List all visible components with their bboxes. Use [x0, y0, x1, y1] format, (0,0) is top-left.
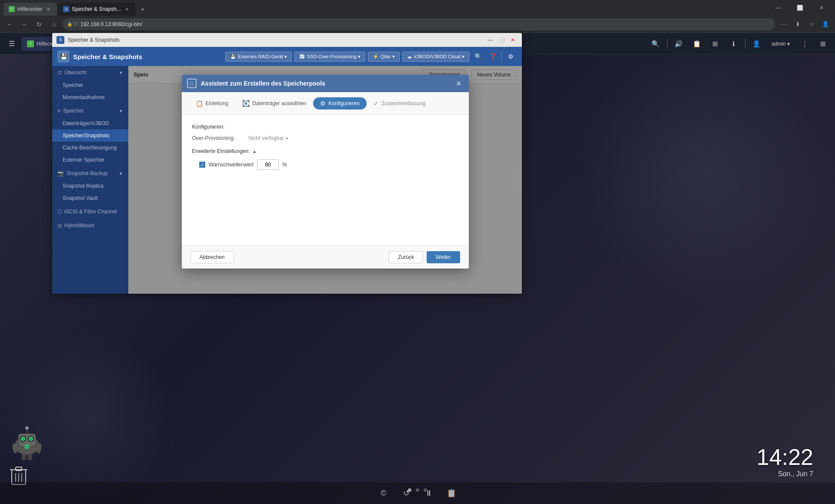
- app-logo: 💾 Speicher & Snapshots: [57, 50, 142, 63]
- warnschwellenwert-input[interactable]: [257, 159, 279, 170]
- sidebar-section-uebersicht: ⊙ Übersicht ▼ Speicher Momentaufnahme: [52, 66, 128, 103]
- snapshot-section-icon: 📷: [57, 170, 64, 176]
- over-provisioning-arrow[interactable]: ▾: [286, 136, 288, 141]
- task-icon-btn[interactable]: ⊞: [708, 37, 722, 51]
- warnschwellenwert-checkbox[interactable]: [199, 162, 205, 168]
- admin-dropdown[interactable]: admin ▾: [768, 39, 793, 49]
- percent-label: %: [282, 162, 287, 168]
- svg-rect-12: [22, 454, 26, 460]
- forward-button[interactable]: →: [18, 18, 30, 30]
- menu-button[interactable]: ☰: [5, 37, 18, 50]
- lock-icon: 🔒: [67, 22, 72, 27]
- grid-icon-btn[interactable]: ⊞: [816, 37, 830, 51]
- minimize-btn[interactable]: —: [768, 3, 788, 13]
- tab-close-hilfecenter[interactable]: ✕: [45, 6, 52, 13]
- sidebar-header-snapshot[interactable]: 📷 Snapshot-Backup ▼: [52, 167, 128, 180]
- zusammenfassung-label: Zusammenfassung: [381, 100, 426, 106]
- search-icon-btn[interactable]: 🔍: [649, 37, 663, 51]
- snapshot-chevron: ▼: [119, 171, 123, 176]
- info-icon-btn[interactable]: ℹ: [727, 37, 741, 51]
- sidebar-item-snapshot-replica[interactable]: Snapshot Replica: [52, 180, 128, 192]
- bookmarks-btn[interactable]: ☆: [805, 18, 818, 30]
- uebersicht-label: Übersicht: [64, 70, 87, 76]
- tab-close-speicher[interactable]: ✕: [124, 6, 130, 13]
- zurueck-button[interactable]: Zurück: [389, 251, 423, 263]
- maximize-btn[interactable]: ⬜: [790, 3, 810, 13]
- browser-tab-hilfecenter[interactable]: ? Hilfecenter ✕: [3, 3, 57, 16]
- modal-close-button[interactable]: ✕: [454, 79, 464, 88]
- robot-mascot: [9, 421, 46, 461]
- externes-raid-label: Externes RAID-Gerät ▾: [238, 54, 287, 60]
- app-inner-header: 💾 Speicher & Snapshots 💾 Externes RAID-G…: [52, 47, 522, 66]
- app-minimize-btn[interactable]: —: [485, 35, 495, 45]
- abbrechen-button[interactable]: Abbrechen: [190, 251, 234, 263]
- app-close-btn[interactable]: ✕: [508, 35, 518, 45]
- weiter-button[interactable]: Weiter: [427, 251, 460, 263]
- close-btn[interactable]: ✕: [812, 3, 832, 13]
- sidebar-item-speicher[interactable]: Speicher: [52, 79, 128, 91]
- app-logo-icon: 💾: [57, 50, 70, 63]
- vjbod-label: VJBOD/VJBOD Cloud ▾: [414, 54, 464, 60]
- main-content: Speic Speicherpool Neues Volume □ Assist…: [128, 66, 522, 294]
- settings-btn[interactable]: ⚙: [504, 50, 517, 63]
- browser-toolbar: ← → ↻ ⌂ 🔒 🛡 192.168.0.13:8080/cgi-bin/ ⋯…: [0, 16, 835, 33]
- search-app-btn[interactable]: 🔍: [472, 50, 484, 63]
- address-bar[interactable]: 🔒 🛡 192.168.0.13:8080/cgi-bin/: [63, 18, 775, 30]
- sidebar-header-speicher[interactable]: ≡ Speicher ▼: [52, 104, 128, 117]
- modal-overlay: □ Assistent zum Erstellen des Speicherpo…: [128, 66, 522, 294]
- bottom-icon-2[interactable]: ↺: [399, 486, 413, 500]
- app-tab-favicon-hilfecenter: ?: [27, 40, 34, 47]
- back-button[interactable]: ←: [3, 18, 16, 30]
- vjbod-btn[interactable]: ☁ VJBOD/VJBOD Cloud ▾: [402, 52, 469, 62]
- home-button[interactable]: ⌂: [48, 18, 60, 30]
- clipboard-icon-btn[interactable]: 📋: [690, 37, 704, 51]
- profile-btn[interactable]: 👤: [819, 18, 832, 30]
- app-maximize-btn[interactable]: ⬜: [497, 35, 506, 45]
- app-title-text: Speicher & Snapshots: [68, 37, 120, 43]
- sidebar-item-snapshot-vault[interactable]: Snapshot Vault: [52, 192, 128, 204]
- desktop-clock: 14:22 Son., Jun 7: [757, 446, 813, 478]
- bottom-icon-1[interactable]: ©: [377, 486, 391, 500]
- user-icon-btn[interactable]: 👤: [750, 37, 764, 51]
- wizard-step-konfigurieren[interactable]: ⚙ Konfigurieren: [313, 97, 366, 109]
- qtier-btn[interactable]: ⚡ Qtier ▾: [368, 52, 400, 62]
- wizard-step-einleitung[interactable]: 📋 Einleitung: [189, 97, 236, 109]
- volume-icon-btn[interactable]: 🔊: [672, 37, 686, 51]
- sidebar-header-uebersicht[interactable]: ⊙ Übersicht ▼: [52, 66, 128, 79]
- bottom-icon-4[interactable]: 📋: [444, 486, 458, 500]
- advanced-header[interactable]: Erweiterte Einstellungen: ▲: [192, 148, 458, 154]
- svg-point-9: [25, 426, 29, 430]
- advanced-arrow: ▲: [252, 149, 257, 154]
- clock-time: 14:22: [757, 446, 813, 468]
- snapshot-section-label: Snapshot-Backup: [67, 170, 108, 176]
- sidebar-item-speicher-snapshots[interactable]: Speicher/Snapshots: [52, 129, 128, 142]
- speicher-chevron: ▼: [119, 109, 123, 113]
- new-tab-button[interactable]: +: [137, 3, 149, 16]
- sidebar-item-externer-speicher[interactable]: Externer Speicher: [52, 154, 128, 166]
- qtier-icon: ⚡: [373, 54, 379, 60]
- sidebar-item-momentaufnahme[interactable]: Momentaufnahme: [52, 91, 128, 103]
- help-btn[interactable]: ❓: [487, 50, 499, 63]
- bottom-icon-3[interactable]: ⏸: [422, 486, 436, 500]
- toolbar-right: ⋯ ⬇ ☆ 👤: [778, 18, 832, 30]
- app-titlebar: S Speicher & Snapshots — ⬜ ✕: [52, 33, 522, 47]
- reload-button[interactable]: ↻: [33, 18, 45, 30]
- externes-raid-btn[interactable]: 💾 Externes RAID-Gerät ▾: [225, 52, 292, 62]
- sidebar-header-iscsi[interactable]: ⬡ iSCSI & Fibre Channel: [52, 205, 128, 218]
- wizard-step-datentraeger[interactable]: 💽 Datenträger auswählen: [235, 97, 313, 109]
- einleitung-icon: 📋: [196, 100, 203, 107]
- sidebar-header-hybridmount[interactable]: ◎ HybridMount: [52, 219, 128, 232]
- sidebar-item-datentraeger[interactable]: Datenträger/VJBOD: [52, 117, 128, 129]
- svg-point-7: [30, 438, 32, 440]
- extensions-btn[interactable]: ⋯: [778, 18, 790, 30]
- sidebar-item-cache[interactable]: Cache-Beschleunigung: [52, 142, 128, 154]
- clock-date: Son., Jun 7: [757, 470, 813, 478]
- more-icon-btn[interactable]: ⋮: [798, 37, 812, 51]
- download-btn[interactable]: ⬇: [792, 18, 804, 30]
- sidebar-section-hybridmount: ◎ HybridMount: [52, 219, 128, 232]
- svg-point-14: [24, 444, 30, 449]
- ssd-provisioning-btn[interactable]: 🔄 SSD-Over-Provisioning ▾: [294, 52, 365, 62]
- wizard-step-zusammenfassung[interactable]: ✓ Zusammenfassung: [367, 97, 433, 109]
- tab-favicon-hilfecenter: ?: [9, 6, 15, 12]
- browser-tab-speicher[interactable]: S Speicher & Snapsh... ✕: [58, 3, 136, 16]
